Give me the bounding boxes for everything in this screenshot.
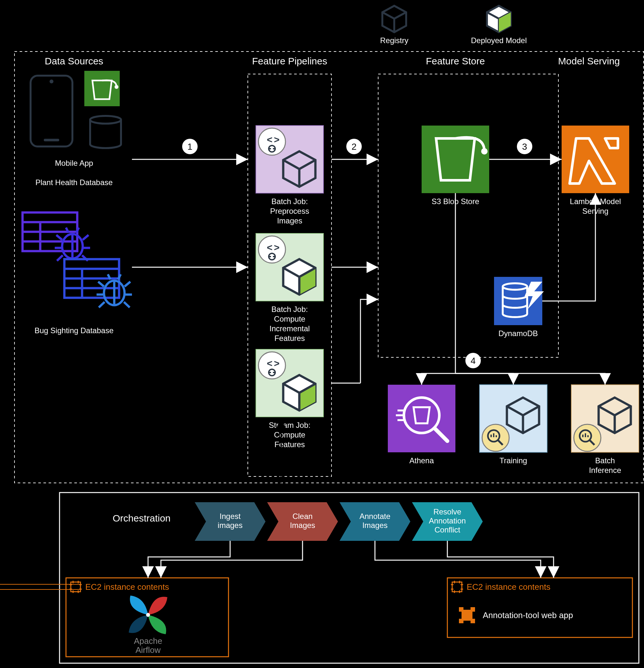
svg-text:3: 3 xyxy=(522,142,527,152)
batch-inf-label-2: Inference xyxy=(589,466,621,474)
svg-text:Incremental: Incremental xyxy=(270,324,310,333)
svg-text:Stream Job:: Stream Job: xyxy=(269,421,310,429)
ec2-right-title: EC2 instance contents xyxy=(467,582,550,592)
svg-text:Compute: Compute xyxy=(274,430,305,439)
batch-inf-label-1: Batch xyxy=(595,456,615,465)
svg-rect-122 xyxy=(452,582,462,592)
svg-point-9 xyxy=(114,85,119,89)
svg-text:Compute: Compute xyxy=(274,315,305,323)
svg-point-6 xyxy=(49,79,53,84)
svg-text:2: 2 xyxy=(351,142,357,152)
svg-text:Features: Features xyxy=(275,334,305,343)
ec2-left: EC2 instance contents Apache Airflow xyxy=(0,578,229,657)
svg-text:images: images xyxy=(218,521,242,530)
mobile-phone-icon xyxy=(31,76,73,147)
svg-rect-77 xyxy=(388,385,456,452)
svg-text:Images: Images xyxy=(363,521,388,530)
svg-text:Annotation: Annotation xyxy=(429,516,466,525)
legend-registry: Registry xyxy=(380,6,409,45)
col-store: Feature Store xyxy=(426,56,485,66)
svg-text:Ingest: Ingest xyxy=(219,512,241,520)
svg-text:Preprocess: Preprocess xyxy=(270,207,309,215)
annotation-tool-icon xyxy=(459,607,475,623)
svg-text:Features: Features xyxy=(275,440,305,449)
svg-text:Clean: Clean xyxy=(293,512,313,520)
svg-line-33 xyxy=(98,282,104,287)
mobile-label: Mobile App xyxy=(55,159,93,167)
svg-line-22 xyxy=(57,255,63,261)
airflow-icon xyxy=(129,595,167,634)
svg-text:Conflict: Conflict xyxy=(434,526,460,534)
col-serving: Model Serving xyxy=(558,56,620,66)
dynamodb-icon: DynamoDB xyxy=(494,277,544,338)
svg-line-34 xyxy=(125,282,131,287)
col-pipelines: Feature Pipelines xyxy=(252,56,327,66)
mobile-s3-icon xyxy=(84,71,120,106)
svg-text:1: 1 xyxy=(187,142,193,152)
svg-line-18 xyxy=(56,235,62,240)
orch-steps: Ingest images Clean Images Annotate Imag… xyxy=(195,502,483,541)
orch-connectors xyxy=(148,541,554,578)
svg-text:4: 4 xyxy=(471,356,476,366)
svg-point-120 xyxy=(146,613,150,617)
svg-rect-135 xyxy=(471,619,475,623)
svg-rect-133 xyxy=(471,607,475,612)
athena-icon: Athena xyxy=(388,385,456,465)
svg-text:Batch Job:: Batch Job: xyxy=(271,197,308,206)
svg-text:Resolve: Resolve xyxy=(433,507,461,516)
athena-label: Athena xyxy=(409,456,434,465)
svg-text:Annotate: Annotate xyxy=(359,512,390,520)
svg-text:Images: Images xyxy=(290,521,316,530)
airflow-label-2: Airflow xyxy=(136,645,160,655)
orchestration-title: Orchestration xyxy=(113,513,171,523)
annotation-tool-label: Annotation-tool web app xyxy=(483,610,573,620)
training-tile: Training xyxy=(479,385,547,465)
pipeline-stream-tile: Stream Job: Compute Features xyxy=(256,349,323,449)
svg-rect-72 xyxy=(421,125,489,193)
svg-line-19 xyxy=(83,235,89,240)
svg-rect-8 xyxy=(84,71,120,106)
svg-line-38 xyxy=(124,302,130,307)
bug-db-label: Bug Sighting Database xyxy=(34,326,113,335)
col-sources: Data Sources xyxy=(45,56,103,66)
pipeline-batch-tile: Batch Job: Preprocess Images xyxy=(256,125,323,225)
bug-db-icon-group xyxy=(22,212,132,307)
legend-deployed: Deployed Model xyxy=(471,6,526,45)
svg-rect-134 xyxy=(459,619,463,623)
health-db-label: Plant Health Database xyxy=(35,178,113,187)
svg-rect-132 xyxy=(459,607,463,612)
batch-inf-tile: Batch Inference xyxy=(571,385,639,474)
svg-line-37 xyxy=(99,302,105,307)
ec2-right: EC2 instance contents Annotation-tool we… xyxy=(447,578,632,637)
dynamodb-label: DynamoDB xyxy=(499,329,538,338)
svg-text:Batch Job:: Batch Job: xyxy=(271,305,308,314)
svg-rect-5 xyxy=(31,76,73,147)
training-label: Training xyxy=(500,456,527,465)
svg-text:Images: Images xyxy=(277,216,303,225)
arrows xyxy=(132,160,605,385)
legend-deployed-label: Deployed Model xyxy=(471,36,526,45)
legend-registry-label: Registry xyxy=(380,36,409,45)
airflow-label-1: Apache xyxy=(134,636,162,646)
mobile-db-icon xyxy=(90,116,121,148)
pipeline-incr-tile: Batch Job: Compute Incremental Features xyxy=(256,233,323,343)
svg-point-73 xyxy=(481,148,488,154)
ec2-left-title: EC2 instance contents xyxy=(85,582,169,592)
svg-point-10 xyxy=(90,116,121,124)
svg-rect-109 xyxy=(71,582,80,592)
